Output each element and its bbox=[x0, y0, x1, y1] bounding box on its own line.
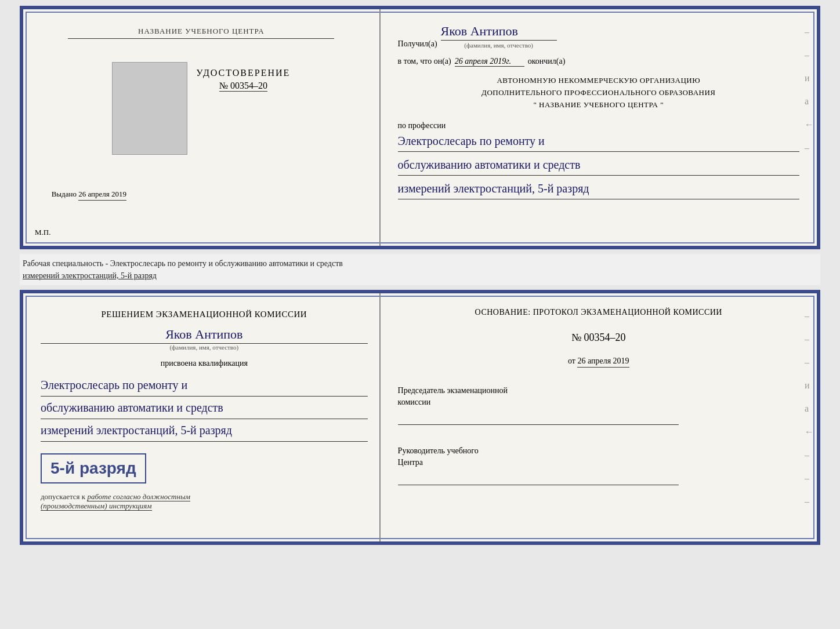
br-deco-2: – bbox=[805, 334, 814, 344]
info-line1: Рабочая специальность - Электрослесарь п… bbox=[23, 257, 817, 270]
top-right-panel: Получил(а) Яков Антипов (фамилия, имя, о… bbox=[381, 9, 817, 246]
org-block: АВТОНОМНУЮ НЕКОММЕРЧЕСКУЮ ОРГАНИЗАЦИЮ ДО… bbox=[398, 75, 799, 111]
profession-section: по профессии Электрослесарь по ремонту и… bbox=[398, 119, 799, 202]
grade-section: 5-й разряд bbox=[41, 448, 368, 486]
qual-line2: обслуживанию автоматики и средств bbox=[41, 397, 368, 419]
deco-dash-6: – bbox=[805, 143, 814, 153]
profession-text: Электрослесарь по ремонту и обслуживанию… bbox=[398, 130, 799, 199]
certifies-line: в том, что он(а) 26 апреля 2019г. окончи… bbox=[398, 57, 799, 67]
qual-line3: измерений электростанций, 5-й разряд bbox=[41, 419, 368, 442]
br-deco-5: а bbox=[805, 403, 814, 414]
certificate-title-block: УДОСТОВЕРЕНИЕ № 00354–20 bbox=[196, 68, 290, 92]
grade-badge: 5-й разряд bbox=[41, 453, 146, 483]
top-document: НАЗВАНИЕ УЧЕБНОГО ЦЕНТРА УДОСТОВЕРЕНИЕ №… bbox=[20, 6, 820, 249]
bottom-document: Решением экзаменационной комиссии Яков А… bbox=[20, 290, 820, 545]
date-from-block: от 26 апреля 2019 bbox=[398, 357, 799, 368]
info-strip: Рабочая специальность - Электрослесарь п… bbox=[20, 254, 820, 285]
chairman-block: Председатель экзаменационной комиссии bbox=[398, 385, 799, 425]
certificate-word: УДОСТОВЕРЕНИЕ bbox=[196, 68, 290, 78]
date-from-label: от bbox=[568, 357, 575, 365]
profession-line1: Электрослесарь по ремонту и bbox=[398, 130, 799, 152]
basis-label: Основание: протокол экзаменационной коми… bbox=[398, 308, 799, 317]
person-name-large: Яков Антипов bbox=[41, 327, 368, 344]
issued-date-line: Выдано 26 апреля 2019 bbox=[52, 190, 351, 201]
date-from-value: 26 апреля 2019 bbox=[577, 357, 629, 368]
admission-text: допускается к работе согласно должностны… bbox=[41, 492, 368, 511]
deco-dash-2: – bbox=[805, 50, 814, 60]
recipient-name: Яков Антипов bbox=[441, 24, 557, 41]
issued-label: Выдано bbox=[52, 190, 77, 198]
right-decorative-markers: – – и а ← – bbox=[805, 27, 814, 153]
mp-label: М.П. bbox=[35, 228, 50, 237]
br-deco-7: – bbox=[805, 450, 814, 460]
profession-line3: измерений электростанций, 5-й разряд bbox=[398, 178, 799, 199]
bottom-right-panel: Основание: протокол экзаменационной коми… bbox=[381, 293, 817, 541]
recipient-label: Получил(а) bbox=[398, 39, 437, 49]
director-title: Руководитель учебного Центра bbox=[398, 445, 799, 468]
deco-dash-5: ← bbox=[805, 119, 814, 130]
qual-line1: Электрослесарь по ремонту и bbox=[41, 374, 368, 397]
director-signature-line bbox=[398, 474, 679, 485]
deco-dash-4: а bbox=[805, 96, 814, 107]
commission-decision: Решением экзаменационной комиссии bbox=[41, 308, 368, 321]
director-title1: Руководитель учебного bbox=[398, 446, 479, 455]
qualification-label: присвоена квалификация bbox=[41, 359, 368, 368]
br-deco-6: ← bbox=[805, 427, 814, 437]
qualification-text: Электрослесарь по ремонту и обслуживанию… bbox=[41, 374, 368, 442]
issued-date: 26 апреля 2019 bbox=[78, 190, 126, 201]
chairman-title2: комиссии bbox=[398, 398, 431, 406]
fio-subtitle-bottom: (фамилия, имя, отчество) bbox=[41, 344, 368, 351]
admission-italic: работе согласно должностным bbox=[87, 492, 190, 501]
chairman-signature-line bbox=[398, 413, 679, 425]
org-quote: " НАЗВАНИЕ УЧЕБНОГО ЦЕНТРА " bbox=[398, 99, 799, 111]
br-deco-8: – bbox=[805, 473, 814, 483]
deco-dash-3: и bbox=[805, 73, 814, 83]
finished-label: окончил(а) bbox=[528, 57, 566, 66]
chairman-title1: Председатель экзаменационной bbox=[398, 386, 508, 395]
director-title2: Центра bbox=[398, 458, 423, 467]
profession-label: по профессии bbox=[398, 121, 799, 130]
br-deco-3: – bbox=[805, 357, 814, 368]
certifies-date: 26 апреля 2019г. bbox=[455, 57, 524, 67]
org-line2: ДОПОЛНИТЕЛЬНОГО ПРОФЕССИОНАЛЬНОГО ОБРАЗО… bbox=[398, 87, 799, 99]
photo-placeholder bbox=[112, 62, 187, 155]
bottom-left-panel: Решением экзаменационной комиссии Яков А… bbox=[23, 293, 381, 541]
br-deco-1: – bbox=[805, 311, 814, 321]
grade-text: 5-й разряд bbox=[50, 459, 136, 477]
chairman-title: Председатель экзаменационной комиссии bbox=[398, 385, 799, 408]
br-deco-9: – bbox=[805, 496, 814, 507]
admission-prefix: допускается к bbox=[41, 492, 85, 501]
recipient-line: Получил(а) Яков Антипов (фамилия, имя, о… bbox=[398, 24, 799, 49]
bottom-right-decorative-markers: – – – и а ← – – – bbox=[805, 311, 814, 507]
org-line1: АВТОНОМНУЮ НЕКОММЕРЧЕСКУЮ ОРГАНИЗАЦИЮ bbox=[398, 75, 799, 87]
fio-subtitle-top: (фамилия, имя, отчество) bbox=[441, 42, 557, 49]
director-block: Руководитель учебного Центра bbox=[398, 445, 799, 485]
person-name-block: Яков Антипов (фамилия, имя, отчество) bbox=[41, 327, 368, 351]
org-name-header: НАЗВАНИЕ УЧЕБНОГО ЦЕНТРА bbox=[68, 27, 334, 39]
br-deco-4: и bbox=[805, 380, 814, 391]
document-container: НАЗВАНИЕ УЧЕБНОГО ЦЕНТРА УДОСТОВЕРЕНИЕ №… bbox=[20, 6, 820, 545]
certifies-label: в том, что он(а) bbox=[398, 57, 451, 66]
info-line2: измерений электростанций, 5-й разряд bbox=[23, 270, 817, 282]
profession-line2: обслуживанию автоматики и средств bbox=[398, 154, 799, 176]
protocol-number: № 00354–20 bbox=[398, 332, 799, 344]
certificate-number: № 00354–20 bbox=[219, 81, 267, 92]
admission-italic2: (производственным) инструкциям bbox=[41, 501, 152, 511]
deco-dash-1: – bbox=[805, 27, 814, 37]
top-left-panel: НАЗВАНИЕ УЧЕБНОГО ЦЕНТРА УДОСТОВЕРЕНИЕ №… bbox=[23, 9, 381, 246]
